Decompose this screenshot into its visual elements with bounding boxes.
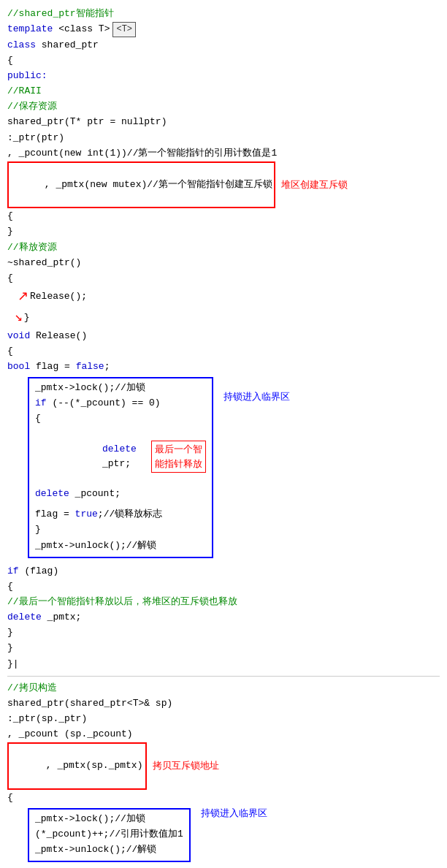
copy-unlock-text: _pmtx->unlock();//解锁 xyxy=(35,842,156,857)
spacer2 xyxy=(7,560,440,563)
brace-text: { xyxy=(7,271,13,286)
copy-init3-line: , _pmtx(sp._pmtx) 拷贝互斥锁地址 xyxy=(7,742,440,789)
if-flag-text: (flag) xyxy=(24,564,58,579)
brace-copy-open: { xyxy=(7,791,440,805)
delete-pmtx-keyword: delete xyxy=(7,610,47,625)
annotation-critical-section2: 持锁进入临界区 xyxy=(201,806,267,821)
copy-blue-box-section: _pmtx->lock();//加锁 (*_pcount)++;//引用计数值加… xyxy=(7,806,440,864)
brace-if-open: { xyxy=(35,411,206,426)
if-pcount-text: (--(*_pcount) == 0) xyxy=(52,396,160,411)
template-line: template <class T> <T> xyxy=(7,22,440,37)
class-name: shared_ptr xyxy=(42,38,99,53)
flag-comment: ;//锁释放标志 xyxy=(98,507,162,522)
blue-box-content: _pmtx->lock();//加锁 if (--(*_pcount) == 0… xyxy=(28,377,213,558)
comment-header: //shared_ptr智能指针 xyxy=(7,7,114,21)
spacer xyxy=(35,502,206,506)
init3-boxed: , _pmtx(new mutex)//第一个智能指针创建互斥锁 xyxy=(7,161,275,208)
brace-text: { xyxy=(7,579,13,594)
copy-init1-text: :_ptr(sp._ptr) xyxy=(7,712,87,726)
release-func-text: Release() xyxy=(36,329,87,343)
brace-release-close: } xyxy=(7,641,440,655)
delete-ptr-text: _ptr; xyxy=(102,458,131,469)
blue-box-section: _pmtx->lock();//加锁 if (--(*_pcount) == 0… xyxy=(7,375,440,560)
brace-text: } xyxy=(7,865,13,868)
bool-keyword: bool xyxy=(7,359,36,374)
delete-ptr-line: delete _ptr; 最后一个智能指针释放 xyxy=(35,427,206,487)
copy-constructor-text: shared_ptr(shared_ptr<T>& sp) xyxy=(7,696,172,711)
copy-lock-text: _pmtx->lock();//加锁 xyxy=(35,812,145,826)
copy-comment-line: //拷贝构造 xyxy=(7,681,440,696)
brace-text: } xyxy=(7,625,13,640)
if-flag-line: if (flag) xyxy=(7,564,440,579)
brace-constructor-open: { xyxy=(7,209,440,224)
public-label: public: xyxy=(7,69,47,83)
lock-line: _pmtx->lock();//加锁 xyxy=(35,381,206,395)
unlock-text: _pmtx->unlock();//解锁 xyxy=(35,538,156,553)
release-call-inner: ↗ Release(); xyxy=(18,286,87,307)
constructor-line: shared_ptr(T* ptr = nullptr) xyxy=(7,115,440,129)
brace-open-text: { xyxy=(7,53,13,68)
delete-pmtx-line: delete _pmtx; xyxy=(7,610,440,625)
last-ptr-comment: //最后一个智能指针释放以后，将堆区的互斥锁也释放 xyxy=(7,595,237,609)
void-release-line: void Release() xyxy=(7,329,440,343)
brace-constructor-close: } xyxy=(7,224,440,239)
brace-copy-close: } xyxy=(7,865,440,868)
release-comment-line: //释放资源 xyxy=(7,240,440,255)
bool-flag-line: bool flag = false ; xyxy=(7,359,440,374)
release-call-text: Release(); xyxy=(30,289,87,304)
init1-text: :_ptr(ptr) xyxy=(7,131,64,145)
true-keyword: true xyxy=(75,507,98,522)
copy-lock-line: _pmtx->lock();//加锁 xyxy=(35,812,183,826)
save-comment-line: //保存资源 xyxy=(7,99,440,114)
flag-true-line: flag = true ;//锁释放标志 xyxy=(35,507,206,522)
copy-constructor-line: shared_ptr(shared_ptr<T>& sp) xyxy=(7,696,440,711)
raii-comment-line: //RAII xyxy=(7,84,440,99)
init3-line: , _pmtx(new mutex)//第一个智能指针创建互斥锁 堆区创建互斥锁 xyxy=(7,161,440,208)
brace-text: { xyxy=(35,411,41,426)
copy-ref-text: (*_pcount)++;//引用计数值加1 xyxy=(35,827,183,842)
delete-keyword: delete xyxy=(102,443,142,454)
brace-dest-close-line: ↘ } xyxy=(15,308,440,328)
copy-init3-text: , _pmtx(sp._pmtx) xyxy=(46,760,143,771)
destructor-line: ~shared_ptr() xyxy=(7,256,440,270)
copy-blue-box-content: _pmtx->lock();//加锁 (*_pcount)++;//引用计数值加… xyxy=(28,808,191,862)
annotation-heap: 堆区创建互斥锁 xyxy=(281,178,348,192)
if-pcount-line: if (--(*_pcount) == 0) xyxy=(35,396,206,411)
delete-pcount-text: _pcount; xyxy=(75,487,121,501)
brace-dest-open: { xyxy=(7,271,440,286)
init3-text: , _pmtx(new mutex)//第一个智能指针创建互斥锁 xyxy=(45,179,272,190)
raii-comment: //RAII xyxy=(7,84,42,99)
init2-line: , _pcount(new int(1))//第一个智能指针的引用计数值是1 xyxy=(7,146,440,161)
template-tag: <T> xyxy=(112,22,136,37)
brace-text: } xyxy=(7,641,13,655)
template-params: <class T> xyxy=(58,22,110,37)
brace-section-end: }| xyxy=(7,657,440,671)
annotation-copy-mutex: 拷贝互斥锁地址 xyxy=(153,758,219,773)
brace-text: } xyxy=(7,224,13,239)
void-keyword: void xyxy=(7,329,36,343)
delete-pcount-keyword: delete xyxy=(35,487,75,501)
arrow-icon: ↗ xyxy=(18,286,28,307)
comment-header-line: //shared_ptr智能指针 xyxy=(7,7,440,21)
flag-text: flag = xyxy=(35,507,75,522)
destructor-text: ~shared_ptr() xyxy=(7,256,81,270)
false-keyword: false xyxy=(76,359,104,374)
brace-flag-open: { xyxy=(7,579,440,594)
copy-init2-line: , _pcount (sp._pcount) xyxy=(7,727,440,742)
copy-init2-text: , _pcount (sp._pcount) xyxy=(7,727,133,742)
copy-ref-line: (*_pcount)++;//引用计数值加1 xyxy=(35,827,183,842)
close-arrow-icon: ↘ xyxy=(15,308,23,328)
init1-line: :_ptr(ptr) xyxy=(7,131,440,145)
lock-text: _pmtx->lock();//加锁 xyxy=(35,381,145,395)
brace-dest-close-text: } xyxy=(24,311,30,325)
template-keyword: template xyxy=(7,22,58,37)
code-area: //shared_ptr智能指针 template <class T> <T> … xyxy=(0,0,447,868)
if-flag-keyword: if xyxy=(7,564,24,579)
copy-init1-line: :_ptr(sp._ptr) xyxy=(7,712,440,726)
brace-text: { xyxy=(7,791,13,805)
divider xyxy=(7,676,440,677)
brace-text: { xyxy=(7,344,13,359)
copy-comment: //拷贝构造 xyxy=(7,681,57,696)
brace-open-main: { xyxy=(7,53,440,68)
delete-pcount-line: delete _pcount; xyxy=(35,487,206,501)
